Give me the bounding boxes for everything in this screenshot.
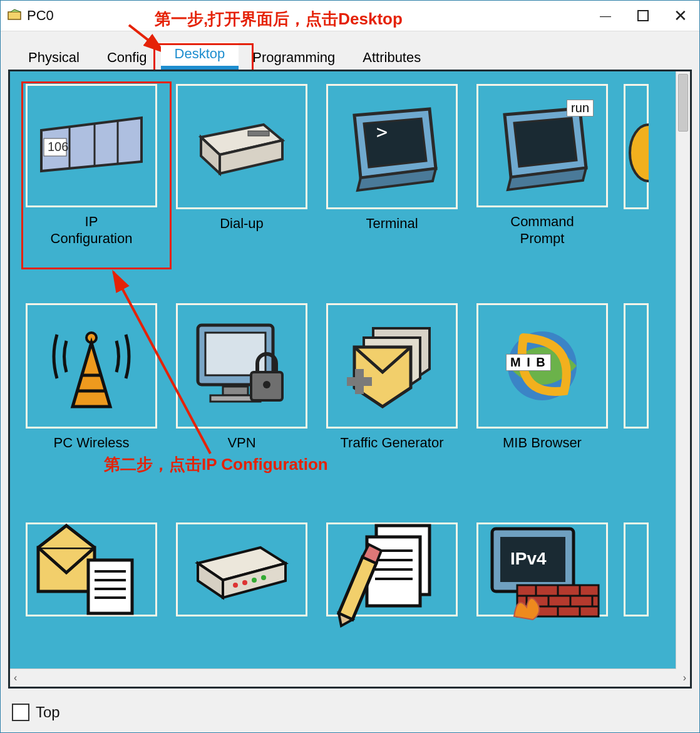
command-prompt-icon: run <box>476 84 608 207</box>
svg-text:106: 106 <box>48 140 68 153</box>
tab-programming[interactable]: Programming <box>239 46 349 70</box>
svg-point-46 <box>242 580 247 585</box>
terminal-icon: > <box>326 84 458 209</box>
app-firewall[interactable]: IPv4 <box>473 522 611 668</box>
desktop-scroll-area[interactable]: 106 IP Configuration <box>10 71 690 668</box>
svg-point-29 <box>263 381 270 388</box>
maximize-icon <box>637 10 649 21</box>
tab-desktop[interactable]: Desktop <box>161 42 239 70</box>
app-pc-wireless[interactable]: PC Wireless <box>23 303 160 466</box>
tab-bar: Physical Config Desktop Programming Attr… <box>8 44 692 70</box>
app-label: Dial-up <box>220 216 264 232</box>
svg-point-47 <box>252 578 257 583</box>
tab-config[interactable]: Config <box>93 46 161 70</box>
tab-physical[interactable]: Physical <box>14 46 93 70</box>
svg-point-20 <box>630 125 649 181</box>
traffic-generator-icon <box>326 303 458 429</box>
titlebar: PC0 — ✕ <box>1 1 699 31</box>
app-vpn[interactable]: VPN <box>173 303 311 466</box>
desktop-panel: 106 IP Configuration <box>8 70 692 689</box>
app-grid: 106 IP Configuration <box>10 71 690 668</box>
app-label: VPN <box>227 435 255 451</box>
svg-text:>: > <box>376 121 388 143</box>
editor-icon <box>326 522 458 616</box>
email-icon <box>26 522 157 616</box>
app-label: PC Wireless <box>53 435 129 451</box>
app-label: Command Prompt <box>510 214 574 247</box>
scrollbar-thumb[interactable] <box>678 74 688 132</box>
app-mib-browser[interactable]: M I B MIB Browser <box>473 303 611 466</box>
svg-text:IPv4: IPv4 <box>510 549 547 568</box>
app-icon <box>7 8 22 23</box>
svg-rect-12 <box>248 131 269 136</box>
top-checkbox-label: Top <box>36 704 60 721</box>
svg-marker-14 <box>364 118 426 167</box>
app-command-prompt[interactable]: run Command Prompt <box>473 84 611 247</box>
mib-badge: M I B <box>506 354 551 371</box>
dialup-icon <box>176 84 307 209</box>
switch-icon <box>176 522 307 616</box>
svg-rect-1 <box>638 11 648 21</box>
tab-attributes[interactable]: Attributes <box>349 46 435 70</box>
svg-rect-0 <box>8 12 21 19</box>
app-partial-row3[interactable] <box>624 522 649 668</box>
app-traffic-generator[interactable]: Traffic Generator <box>323 303 461 466</box>
horizontal-scrollbar[interactable]: ‹ › <box>10 668 690 687</box>
scroll-right-button[interactable]: › <box>683 672 686 684</box>
close-button[interactable]: ✕ <box>662 1 699 31</box>
app-label: Traffic Generator <box>340 435 443 451</box>
content-area: Physical Config Desktop Programming Attr… <box>8 44 692 689</box>
svg-rect-26 <box>223 387 248 395</box>
partial-icon <box>624 303 649 429</box>
svg-point-48 <box>261 575 266 580</box>
vertical-scrollbar[interactable] <box>676 71 690 669</box>
run-badge: run <box>567 100 594 117</box>
firewall-icon: IPv4 <box>476 522 608 616</box>
top-checkbox[interactable] <box>12 704 29 721</box>
app-label: MIB Browser <box>503 435 582 451</box>
vpn-icon <box>176 303 307 429</box>
footer: Top <box>12 704 60 721</box>
scroll-left-button[interactable]: ‹ <box>14 672 17 684</box>
app-window: PC0 — ✕ 第一步,打开界面后，点击Desktop Physical Con… <box>0 0 700 733</box>
app-switch[interactable] <box>173 522 311 668</box>
app-terminal[interactable]: > Terminal <box>323 84 461 247</box>
mib-browser-icon: M I B <box>476 303 608 429</box>
ip-configuration-icon: 106 <box>26 84 157 207</box>
partial-icon <box>624 84 649 209</box>
maximize-button[interactable] <box>624 1 662 31</box>
app-label: IP Configuration <box>51 214 133 247</box>
app-dialup[interactable]: Dial-up <box>173 84 311 247</box>
wireless-icon <box>26 303 157 429</box>
partial-icon <box>624 522 649 616</box>
minimize-button[interactable]: — <box>587 1 624 31</box>
app-ip-configuration[interactable]: 106 IP Configuration <box>23 84 160 247</box>
svg-point-45 <box>233 583 238 588</box>
app-text-editor[interactable] <box>323 522 461 668</box>
app-label: Terminal <box>366 216 418 232</box>
app-partial-row1[interactable] <box>624 84 649 247</box>
svg-marker-18 <box>514 118 577 167</box>
app-email[interactable] <box>23 522 160 668</box>
svg-rect-37 <box>88 560 132 613</box>
app-partial-row2[interactable] <box>624 303 649 466</box>
window-controls: — ✕ <box>587 1 699 31</box>
window-title: PC0 <box>27 8 54 24</box>
